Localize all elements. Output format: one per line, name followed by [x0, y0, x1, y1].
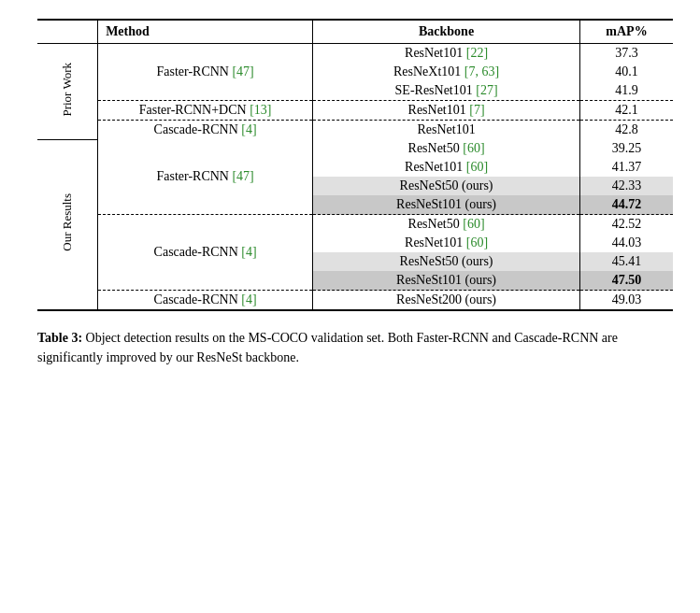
table-caption: Table 3: Object detection results on the…: [37, 328, 654, 367]
group-header: [37, 20, 98, 44]
backbone-header: Backbone: [313, 20, 580, 44]
backbone-cell: ResNeSt200 (ours): [313, 291, 580, 311]
map-cell: 42.8: [580, 121, 673, 140]
map-cell: 44.72: [580, 195, 673, 215]
backbone-cell: SE-ResNet101 [27]: [313, 81, 580, 101]
backbone-cell: ResNeSt50 (ours): [313, 177, 580, 195]
backbone-cell: ResNet50 [60]: [313, 139, 580, 158]
backbone-cell: ResNet101 [7]: [313, 101, 580, 121]
group-label-text-0: Prior Work: [60, 63, 75, 117]
caption-text: Object detection results on the MS-COCO …: [37, 331, 618, 364]
map-cell: 45.41: [580, 252, 673, 271]
method-cell: Faster-RCNN [47]: [98, 139, 313, 215]
map-cell: 41.9: [580, 81, 673, 101]
backbone-cell: ResNet101 [22]: [313, 44, 580, 64]
group-label-1: Our Results: [37, 139, 98, 310]
map-cell: 42.33: [580, 177, 673, 195]
method-cell: Faster-RCNN+DCN [13]: [98, 101, 313, 121]
map-cell: 44.03: [580, 234, 673, 252]
method-cell: Cascade-RCNN [4]: [98, 291, 313, 311]
caption-label: Table 3:: [37, 331, 82, 345]
method-cell: Faster-RCNN [47]: [98, 44, 313, 101]
map-cell: 41.37: [580, 158, 673, 177]
backbone-cell: ResNet101 [60]: [313, 234, 580, 252]
backbone-cell: ResNet101: [313, 121, 580, 140]
map-cell: 39.25: [580, 139, 673, 158]
group-label-0: Prior Work: [37, 44, 98, 140]
group-label-text-1: Our Results: [60, 193, 75, 251]
backbone-cell: ResNeXt101 [7, 63]: [313, 63, 580, 81]
method-header: Method: [98, 20, 313, 44]
backbone-cell: ResNet50 [60]: [313, 215, 580, 235]
map-cell: 40.1: [580, 63, 673, 81]
map-cell: 37.3: [580, 44, 673, 64]
map-header: mAP%: [580, 20, 673, 44]
table-container: Method Backbone mAP% Prior WorkFaster-RC…: [37, 19, 673, 367]
backbone-cell: ResNet101 [60]: [313, 158, 580, 177]
backbone-cell: ResNeSt101 (ours): [313, 195, 580, 215]
map-cell: 42.1: [580, 101, 673, 121]
map-cell: 47.50: [580, 271, 673, 291]
map-cell: 42.52: [580, 215, 673, 235]
backbone-cell: ResNeSt50 (ours): [313, 252, 580, 271]
method-cell: Cascade-RCNN [4]: [98, 215, 313, 291]
backbone-cell: ResNeSt101 (ours): [313, 271, 580, 291]
map-cell: 49.03: [580, 291, 673, 311]
results-table: Method Backbone mAP% Prior WorkFaster-RC…: [37, 19, 673, 311]
method-cell: Cascade-RCNN [4]: [98, 121, 313, 140]
